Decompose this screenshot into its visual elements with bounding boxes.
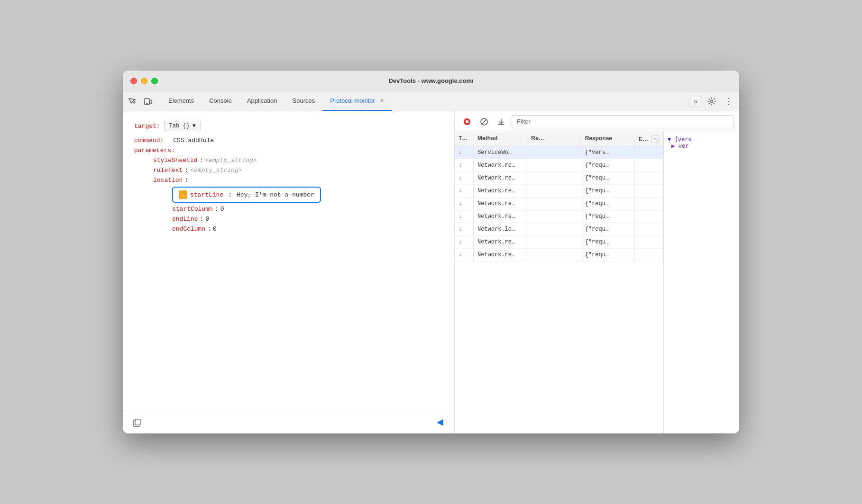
parameters-row: parameters: bbox=[134, 147, 443, 154]
cell-extra bbox=[635, 172, 663, 184]
warning-icon: ⚠ bbox=[179, 190, 187, 199]
cell-extra bbox=[635, 249, 663, 261]
target-row: target: Tab () ▼ bbox=[134, 121, 443, 131]
start-column-row: startColumn : 0 bbox=[134, 206, 443, 213]
table-row[interactable]: ↓ Network.re… {"requ… bbox=[455, 249, 663, 261]
detail-content: ▼ {vers ▶ ver bbox=[668, 136, 735, 149]
cell-method: Network.re… bbox=[474, 210, 527, 223]
cell-request bbox=[527, 185, 581, 197]
more-tabs-button[interactable]: » bbox=[690, 96, 701, 107]
left-panel-content: target: Tab () ▼ command: CSS.addRule pa… bbox=[123, 111, 454, 411]
cell-extra bbox=[635, 198, 663, 210]
col-header-method: Method bbox=[474, 132, 527, 146]
target-dropdown[interactable]: Tab () ▼ bbox=[164, 121, 201, 131]
cell-request bbox=[527, 159, 581, 171]
location-row: location : bbox=[134, 177, 443, 184]
download-button[interactable] bbox=[495, 115, 508, 128]
rule-text-row: ruleText : <empty_string> bbox=[134, 167, 443, 174]
cell-method: Network.re… bbox=[474, 249, 527, 261]
start-line-value: Hey, I'm not a number bbox=[237, 191, 314, 198]
send-button[interactable] bbox=[433, 416, 447, 429]
cell-extra bbox=[635, 146, 663, 159]
cell-type: ↓ bbox=[455, 146, 474, 159]
tab-protocol-monitor[interactable]: Protocol monitor ✕ bbox=[322, 91, 392, 111]
col-header-response: Response bbox=[581, 132, 635, 146]
end-line-row: endLine : 0 bbox=[134, 216, 443, 223]
cell-method: Network.re… bbox=[474, 236, 527, 248]
end-column-row: endColumn : 0 bbox=[134, 225, 443, 233]
table-row[interactable]: ↓ ServiceWo… {"vers… bbox=[455, 146, 663, 159]
col-header-request: Re… bbox=[527, 132, 581, 146]
cell-response: {"requ… bbox=[581, 185, 635, 197]
titlebar: DevTools - www.google.com/ bbox=[123, 71, 739, 91]
cell-type: ↓ bbox=[455, 159, 474, 171]
tab-console[interactable]: Console bbox=[202, 91, 239, 111]
cell-response: {"requ… bbox=[581, 159, 635, 171]
svg-rect-5 bbox=[135, 419, 140, 425]
table-row[interactable]: ↓ Network.re… {"requ… bbox=[455, 185, 663, 198]
tab-sources[interactable]: Sources bbox=[285, 91, 323, 111]
inspect-icon[interactable] bbox=[127, 96, 137, 107]
cell-request bbox=[527, 210, 581, 223]
tabbar-right: » ⋮ bbox=[690, 91, 735, 111]
cell-type: ↓ bbox=[455, 210, 474, 223]
cell-type: ↓ bbox=[455, 172, 474, 184]
tab-application[interactable]: Application bbox=[239, 91, 285, 111]
device-icon[interactable] bbox=[143, 96, 153, 107]
more-options-button[interactable]: ⋮ bbox=[722, 95, 735, 108]
col-header-extra: E… » bbox=[635, 132, 663, 146]
cell-method: Network.re… bbox=[474, 172, 527, 184]
cell-extra bbox=[635, 210, 663, 223]
close-button[interactable] bbox=[130, 78, 137, 84]
table-row[interactable]: ↓ Network.re… {"requ… bbox=[455, 159, 663, 172]
tabbar-icons bbox=[127, 91, 153, 111]
svg-marker-6 bbox=[437, 419, 443, 426]
tab-close-icon[interactable]: ✕ bbox=[380, 98, 384, 103]
right-toolbar bbox=[455, 111, 739, 132]
table-row[interactable]: ↓ Network.re… {"requ… bbox=[455, 198, 663, 210]
left-panel-footer bbox=[123, 411, 454, 433]
start-line-label: startLine bbox=[190, 191, 223, 198]
command-label: command: bbox=[134, 137, 164, 144]
style-sheet-id-row: styleSheetId : <empty_string> bbox=[134, 157, 443, 164]
maximize-button[interactable] bbox=[151, 78, 158, 84]
stop-button[interactable] bbox=[460, 115, 474, 128]
settings-button[interactable] bbox=[705, 95, 718, 108]
cell-request bbox=[527, 198, 581, 210]
table-row[interactable]: ↓ Network.re… {"requ… bbox=[455, 172, 663, 185]
left-panel: target: Tab () ▼ command: CSS.addRule pa… bbox=[123, 111, 455, 433]
start-line-warning-row: ⚠ startLine : Hey, I'm not a number bbox=[172, 187, 321, 203]
table-row[interactable]: ↓ Network.lo… {"requ… bbox=[455, 223, 663, 236]
table-row[interactable]: ↓ Network.re… {"requ… bbox=[455, 210, 663, 223]
filter-input[interactable] bbox=[512, 115, 734, 128]
cell-request bbox=[527, 249, 581, 261]
cell-type: ↓ bbox=[455, 249, 474, 261]
cell-method: Network.re… bbox=[474, 198, 527, 210]
cell-type: ↓ bbox=[455, 236, 474, 248]
clear-button[interactable] bbox=[477, 115, 491, 128]
window-title: DevTools - www.google.com/ bbox=[388, 77, 473, 84]
traffic-lights bbox=[130, 78, 158, 84]
svg-point-3 bbox=[711, 100, 713, 102]
devtools-window: DevTools - www.google.com/ Elements Cons… bbox=[123, 71, 739, 433]
cell-type: ↓ bbox=[455, 185, 474, 197]
copy-button[interactable] bbox=[130, 416, 144, 429]
cell-response: {"vers… bbox=[581, 146, 635, 159]
detail-sub-item: ▶ ver bbox=[668, 143, 735, 149]
cell-extra bbox=[635, 159, 663, 171]
cell-response: {"requ… bbox=[581, 210, 635, 223]
cell-type: ↓ bbox=[455, 223, 474, 235]
minimize-button[interactable] bbox=[141, 78, 147, 84]
cell-response: {"requ… bbox=[581, 172, 635, 184]
table-row[interactable]: ↓ Network.re… {"requ… bbox=[455, 236, 663, 249]
cell-response: {"requ… bbox=[581, 223, 635, 235]
detail-panel: ▼ {vers ▶ ver bbox=[663, 132, 739, 433]
cell-method: Network.lo… bbox=[474, 223, 527, 235]
command-value: CSS.addRule bbox=[173, 137, 214, 144]
more-columns-button[interactable]: » bbox=[651, 135, 659, 143]
cell-request bbox=[527, 146, 581, 159]
cell-extra bbox=[635, 185, 663, 197]
col-header-type: T… bbox=[455, 132, 474, 146]
tab-elements[interactable]: Elements bbox=[161, 91, 202, 111]
cell-request bbox=[527, 223, 581, 235]
